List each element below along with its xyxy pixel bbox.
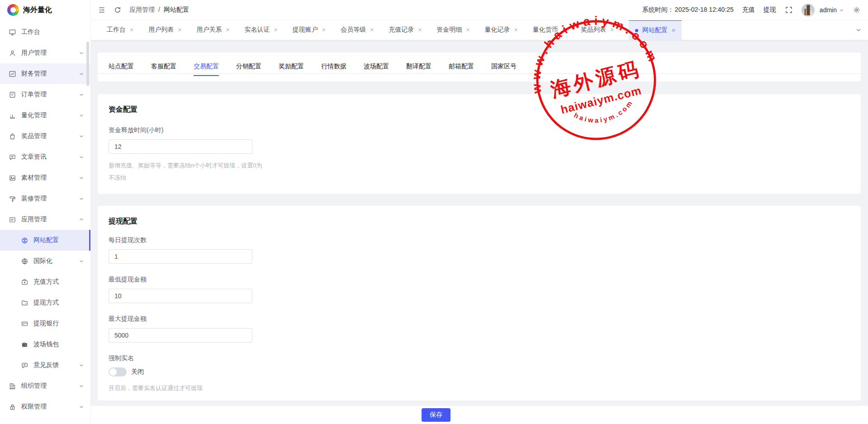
sidebar-item-recharge-method[interactable]: 充值方式 <box>0 272 90 292</box>
avatar[interactable] <box>802 4 815 17</box>
sidebar-item-user-mgmt[interactable]: 用户管理 <box>0 43 90 63</box>
sidebar-item-permission-mgmt[interactable]: 权限管理 <box>0 396 90 417</box>
chevron-down-icon <box>839 8 844 13</box>
min-withdraw-amount-input[interactable] <box>109 289 252 303</box>
withdraw-config-card: 提现配置 每日提现次数 最低提现金额 最大提现金额 强制实名 关闭 开启后，需要… <box>98 206 861 400</box>
tab-user-relations[interactable]: 用户关系 × <box>196 20 229 40</box>
max-withdraw-amount-input[interactable] <box>109 328 252 343</box>
close-icon[interactable]: × <box>274 27 278 33</box>
sidebar-item-site-config[interactable]: 网站配置 <box>0 230 90 251</box>
sidebar-item-label: 订单管理 <box>21 91 47 99</box>
sidebar-item-quant-mgmt[interactable]: 量化管理 <box>0 105 90 126</box>
chart-icon <box>9 70 16 78</box>
user-menu[interactable]: admin <box>820 6 844 14</box>
tab-label: 网站配置 <box>642 26 668 34</box>
breadcrumb-current: 网站配置 <box>164 6 189 14</box>
sidebar-item-label: 应用管理 <box>21 215 47 224</box>
sidebar-item-workbench[interactable]: 工作台 <box>0 22 90 43</box>
tab-label: 提现账户 <box>293 26 318 34</box>
tab-label: 量化货币 <box>533 26 558 34</box>
sidebar-item-prize-mgmt[interactable]: 奖品管理 <box>0 126 90 147</box>
pay-icon <box>21 278 28 286</box>
collapse-sidebar-icon[interactable] <box>98 6 106 14</box>
close-icon[interactable]: × <box>466 27 470 33</box>
sidebar-item-label: 组织管理 <box>21 382 47 390</box>
system-time-label: 系统时间： <box>642 6 674 14</box>
sidebar-item-label: 充值方式 <box>33 278 59 286</box>
sidebar-item-decoration-mgmt[interactable]: 装修管理 <box>0 188 90 209</box>
close-icon[interactable]: × <box>562 27 566 33</box>
sidebar-item-app-mgmt[interactable]: 应用管理 <box>0 209 90 230</box>
tab-member-level[interactable]: 会员等级 × <box>341 20 374 40</box>
top-header: 应用管理 / 网站配置 系统时间： 2025-02-18 12:40:25 充值… <box>90 0 868 20</box>
building-icon <box>9 382 16 390</box>
tab-site-config[interactable]: 网站配置 × <box>629 20 682 40</box>
breadcrumb-parent[interactable]: 应用管理 <box>129 6 155 14</box>
active-tab-dot <box>635 29 638 32</box>
sidebar-item-finance-mgmt[interactable]: 财务管理 <box>0 63 90 84</box>
gear-icon[interactable] <box>853 6 861 14</box>
force-realname-toggle[interactable] <box>109 367 127 376</box>
sidebar-item-order-mgmt[interactable]: 订单管理 <box>0 84 90 105</box>
sidebar-item-label: 权限管理 <box>21 403 47 411</box>
close-icon[interactable]: × <box>322 27 326 33</box>
release-time-input[interactable] <box>109 139 252 154</box>
sidebar-item-org-mgmt[interactable]: 组织管理 <box>0 376 90 396</box>
daily-withdraw-times-input[interactable] <box>109 249 252 264</box>
sidebar-scrollbar[interactable] <box>86 42 89 86</box>
admin-app-window: 海外量化 工作台 用户管理 财务管理 订单管理 <box>0 0 868 424</box>
close-icon[interactable]: × <box>418 27 422 33</box>
close-icon[interactable]: × <box>226 27 229 33</box>
tab-withdraw-account[interactable]: 提现账户 × <box>293 20 326 40</box>
sidebar-item-tron-wallet[interactable]: 波场钱包 <box>0 334 90 355</box>
sidebar-item-i18n[interactable]: 国际化 <box>0 251 90 272</box>
bag-icon <box>9 133 16 140</box>
sidebar-item-withdraw-method[interactable]: 提现方式 <box>0 292 90 313</box>
recharge-button[interactable]: 充值 <box>742 6 755 14</box>
sidebar: 海外量化 工作台 用户管理 财务管理 订单管理 <box>0 0 91 424</box>
tab-options-chevron-icon[interactable] <box>855 27 862 33</box>
username: admin <box>820 6 837 14</box>
breadcrumb-separator: / <box>158 6 160 14</box>
close-icon[interactable]: × <box>514 27 518 33</box>
close-icon[interactable]: × <box>672 27 675 33</box>
chevron-down-icon <box>79 71 84 76</box>
sidebar-item-withdraw-bank[interactable]: 提现银行 <box>0 313 90 334</box>
chevron-down-icon <box>79 92 84 97</box>
tab-realname-auth[interactable]: 实名认证 × <box>245 20 278 40</box>
sidebar-item-material-mgmt[interactable]: 素材管理 <box>0 167 90 188</box>
sidebar-item-feedback[interactable]: 意见反馈 <box>0 355 90 376</box>
refresh-icon[interactable] <box>114 6 122 14</box>
field-help-force-realname: 开启后，需要实名认证通过才可提现 <box>109 382 266 394</box>
header-right: 系统时间： 2025-02-18 12:40:25 充值 提现 admin <box>642 4 861 17</box>
sidebar-item-label: 素材管理 <box>21 174 47 182</box>
tab-label: 会员等级 <box>341 26 366 34</box>
withdraw-button[interactable]: 提现 <box>764 6 776 14</box>
close-icon[interactable]: × <box>370 27 374 33</box>
close-icon[interactable]: × <box>610 27 614 33</box>
tab-quant-records[interactable]: 量化记录 × <box>485 20 518 40</box>
feedback-icon <box>21 362 28 369</box>
tab-prize-list[interactable]: 奖品列表 × <box>581 20 614 40</box>
fullscreen-icon[interactable] <box>785 6 793 14</box>
chevron-up-icon <box>79 217 84 222</box>
close-icon[interactable]: × <box>178 27 181 33</box>
close-icon[interactable]: × <box>130 27 133 33</box>
tab-quant-currency[interactable]: 量化货币 × <box>533 20 566 40</box>
tab-label: 充值记录 <box>389 26 414 34</box>
comment-icon <box>9 153 16 161</box>
chevron-down-icon <box>79 383 84 389</box>
field-label-min-amount: 最低提现金额 <box>109 276 850 284</box>
sidebar-item-label: 文章资讯 <box>21 153 47 161</box>
tab-user-list[interactable]: 用户列表 × <box>148 20 181 40</box>
tab-recharge-records[interactable]: 充值记录 × <box>389 20 422 40</box>
tab-fund-details[interactable]: 资金明细 × <box>436 20 470 40</box>
sidebar-item-label: 网站配置 <box>33 236 59 244</box>
tab-workbench[interactable]: 工作台 × <box>107 20 133 40</box>
page-tabbar: 工作台 × 用户列表 × 用户关系 × 实名认证 × 提现账户 × 会员等级 ×… <box>90 20 868 40</box>
sidebar-item-article-news[interactable]: 文章资讯 <box>0 147 90 167</box>
monitor-icon <box>9 29 16 36</box>
save-button[interactable]: 保存 <box>422 408 451 422</box>
sidebar-item-label: 波场钱包 <box>33 340 59 348</box>
tab-label: 用户列表 <box>148 26 174 34</box>
